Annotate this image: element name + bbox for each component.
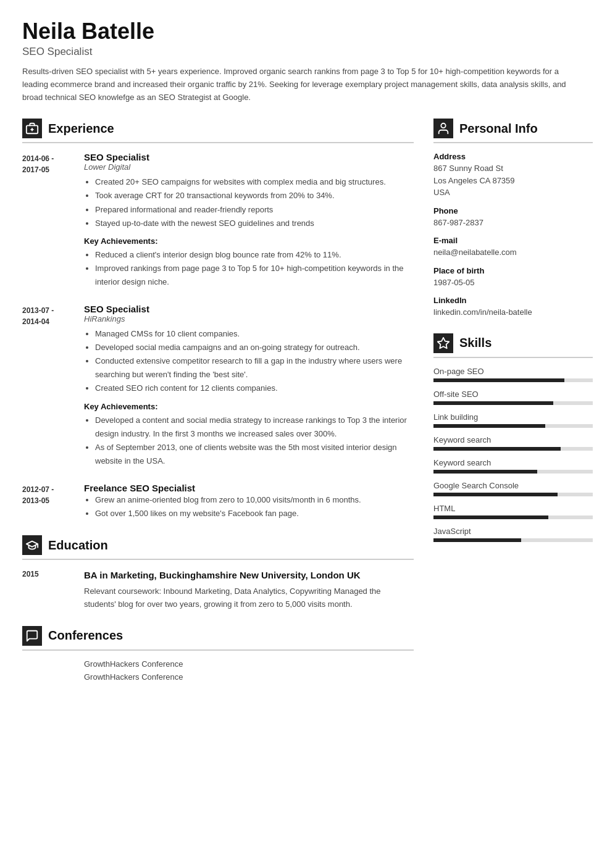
skill-name: JavaScript <box>433 527 593 536</box>
achievement-item: Reduced a client's interior design blog … <box>95 248 414 262</box>
achievements-title: Key Achievements: <box>84 402 414 411</box>
skill-item: Keyword search <box>433 458 593 474</box>
skill-bar-bg <box>433 493 593 496</box>
personal-info-value: linkedin.com/in/neila-batelle <box>433 306 593 319</box>
achievements-list: Reduced a client's interior design blog … <box>84 248 414 289</box>
personal-info-title: Personal Info <box>459 122 538 136</box>
exp-date: 2013-07 -2014-04 <box>22 304 72 468</box>
achievement-item: As of September 2013, one of clients web… <box>95 441 414 468</box>
personal-info-value: neila@neilabatelle.com <box>433 246 593 259</box>
svg-point-3 <box>441 123 445 128</box>
left-column: Experience 2014-06 -2017-05SEO Specialis… <box>22 119 414 696</box>
personal-info-item: Address867 Sunny Road St Los Angeles CA … <box>433 152 593 199</box>
exp-bullet: Created 20+ SEO campaigns for websites w… <box>95 175 414 189</box>
education-header: Education <box>22 535 414 560</box>
education-list: 2015BA in Marketing, Buckinghamshire New… <box>22 569 414 611</box>
skill-name: Off-site SEO <box>433 390 593 399</box>
skill-bar-fill <box>433 515 548 519</box>
resume-header: Neila Batelle SEO Specialist Results-dri… <box>22 19 593 104</box>
experience-item: 2014-06 -2017-05SEO SpecialistLower Digi… <box>22 152 414 289</box>
conference-item: GrowthHackers Conference <box>22 659 414 669</box>
exp-bullet: Stayed up-to-date with the newest SEO gu… <box>95 217 414 230</box>
exp-title: SEO Specialist <box>84 304 414 314</box>
conf-date <box>22 672 72 682</box>
personal-info-label: E-mail <box>433 236 593 245</box>
experience-section: Experience 2014-06 -2017-05SEO Specialis… <box>22 119 414 520</box>
skill-name: Keyword search <box>433 435 593 444</box>
skills-header: Skills <box>433 333 593 358</box>
conferences-section: Conferences GrowthHackers ConferenceGrow… <box>22 626 414 682</box>
edu-description: Relevant coursework: Inbound Marketing, … <box>84 585 414 611</box>
skill-bar-fill <box>433 493 558 496</box>
skill-bar-bg <box>433 447 593 451</box>
skill-bar-fill <box>433 470 537 474</box>
personal-info-value: 1987-05-05 <box>433 277 593 289</box>
personal-info-icon <box>433 119 453 138</box>
skill-name: Link building <box>433 412 593 422</box>
skill-item: HTML <box>433 504 593 519</box>
exp-bullet: Conducted extensive competitor research … <box>95 354 414 382</box>
personal-info-label: Phone <box>433 206 593 215</box>
personal-info-label: LinkedIn <box>433 296 593 305</box>
skill-item: Google Search Console <box>433 481 593 496</box>
achievements-title: Key Achievements: <box>84 236 414 246</box>
experience-icon <box>22 119 42 138</box>
conferences-title: Conferences <box>48 628 123 643</box>
skill-bar-fill <box>433 401 553 405</box>
personal-info-value: 867 Sunny Road St Los Angeles CA 87359 U… <box>433 162 593 199</box>
edu-degree: BA in Marketing, Buckinghamshire New Uni… <box>84 569 414 582</box>
skill-bar-fill <box>433 447 561 451</box>
skill-bar-bg <box>433 538 593 542</box>
exp-bullet: Grew an anime-oriented blog from zero to… <box>95 493 414 507</box>
exp-company: Lower Digital <box>84 162 414 172</box>
exp-title: Freelance SEO Specialist <box>84 483 414 493</box>
exp-date: 2012-07 -2013-05 <box>22 483 72 520</box>
education-section: Education 2015BA in Marketing, Buckingha… <box>22 535 414 611</box>
experience-title: Experience <box>48 122 114 136</box>
exp-content: Freelance SEO SpecialistGrew an anime-or… <box>84 483 414 520</box>
exp-bullet: Managed CMSs for 10 client companies. <box>95 327 414 341</box>
personal-info-item: Place of birth1987-05-05 <box>433 266 593 289</box>
education-icon <box>22 535 42 555</box>
personal-info-label: Place of birth <box>433 266 593 275</box>
personal-info-value: 867-987-2837 <box>433 217 593 229</box>
exp-date: 2014-06 -2017-05 <box>22 152 72 289</box>
skill-name: On-page SEO <box>433 367 593 376</box>
education-title: Education <box>48 538 108 553</box>
exp-content: SEO SpecialistLower DigitalCreated 20+ S… <box>84 152 414 289</box>
candidate-summary: Results-driven SEO specialist with 5+ ye… <box>22 65 578 104</box>
exp-bullets: Created 20+ SEO campaigns for websites w… <box>84 175 414 230</box>
conferences-list: GrowthHackers ConferenceGrowthHackers Co… <box>22 659 414 682</box>
experience-item: 2013-07 -2014-04SEO SpecialistHiRankings… <box>22 304 414 468</box>
skill-bar-fill <box>433 424 545 428</box>
skill-item: Off-site SEO <box>433 390 593 405</box>
exp-bullet: Prepared informational and reader-friend… <box>95 203 414 217</box>
personal-info-label: Address <box>433 152 593 161</box>
skill-name: Keyword search <box>433 458 593 467</box>
skill-bar-bg <box>433 378 593 382</box>
right-column: Personal Info Address867 Sunny Road St L… <box>433 119 593 696</box>
skill-name: HTML <box>433 504 593 513</box>
exp-bullet: Got over 1,500 likes on my website's Fac… <box>95 507 414 520</box>
skill-bar-bg <box>433 515 593 519</box>
svg-marker-4 <box>438 338 449 348</box>
skill-item: JavaScript <box>433 527 593 542</box>
skill-name: Google Search Console <box>433 481 593 490</box>
conf-name: GrowthHackers Conference <box>84 659 183 669</box>
skills-section: Skills On-page SEOOff-site SEOLink build… <box>433 333 593 542</box>
exp-bullet: Took average CRT for 20 transactional ke… <box>95 189 414 202</box>
achievement-item: Improved rankings from page page 3 to To… <box>95 262 414 289</box>
skills-list: On-page SEOOff-site SEOLink buildingKeyw… <box>433 367 593 542</box>
exp-bullets: Managed CMSs for 10 client companies.Dev… <box>84 327 414 395</box>
personal-info-section: Personal Info Address867 Sunny Road St L… <box>433 119 593 319</box>
exp-company: HiRankings <box>84 314 414 323</box>
experience-list: 2014-06 -2017-05SEO SpecialistLower Digi… <box>22 152 414 520</box>
achievements-list: Developed a content and social media str… <box>84 414 414 468</box>
personal-info-item: Phone867-987-2837 <box>433 206 593 229</box>
skill-item: On-page SEO <box>433 367 593 382</box>
conferences-icon <box>22 626 42 646</box>
personal-info-header: Personal Info <box>433 119 593 143</box>
edu-content: BA in Marketing, Buckinghamshire New Uni… <box>84 569 414 611</box>
achievement-item: Developed a content and social media str… <box>95 414 414 441</box>
conf-name: GrowthHackers Conference <box>84 672 183 682</box>
